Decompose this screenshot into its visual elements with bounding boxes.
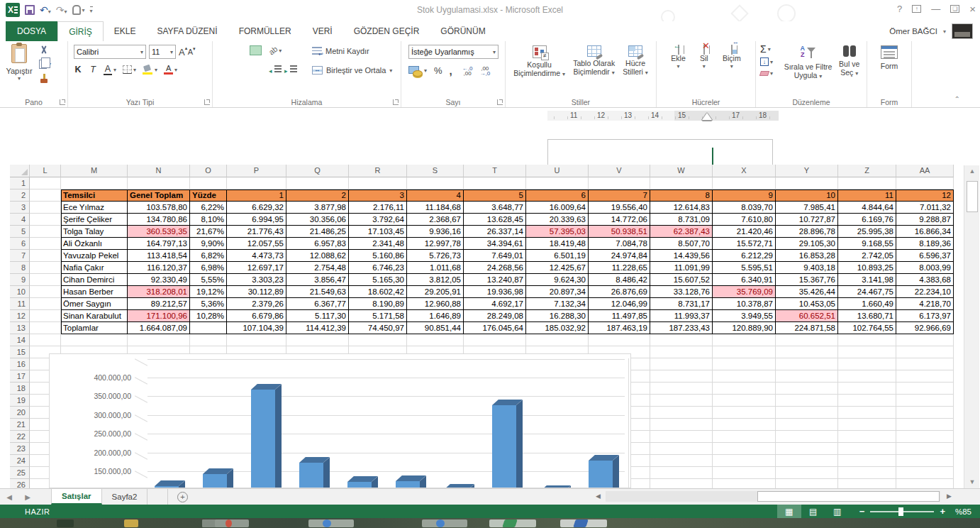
table-totals-month-cell[interactable]: 187.233,43 (650, 322, 713, 334)
row-header-24[interactable]: 24 (10, 455, 30, 467)
cell[interactable] (286, 177, 349, 189)
cell[interactable] (713, 479, 776, 488)
table-month-cell[interactable]: 12.697,17 (227, 262, 286, 274)
table-totals-month-cell[interactable]: 185.032,92 (526, 322, 589, 334)
table-header-cell[interactable]: 2 (286, 189, 349, 202)
cell[interactable] (776, 177, 838, 189)
cell[interactable] (838, 431, 896, 443)
column-header-AA[interactable]: AA (896, 165, 954, 177)
table-month-cell[interactable]: 24.268,56 (464, 262, 526, 274)
cell[interactable] (30, 189, 61, 202)
cell[interactable] (30, 310, 61, 322)
close-button[interactable]: × (969, 3, 976, 15)
cell[interactable] (190, 334, 227, 346)
table-total-cell[interactable]: 171.100,96 (128, 310, 190, 322)
table-total-cell[interactable]: 360.539,35 (128, 226, 190, 238)
table-header-cell[interactable]: 8 (650, 189, 713, 202)
format-as-table-button[interactable]: Tablo Olarak Biçimlendir ▾ (573, 41, 615, 94)
table-month-cell[interactable]: 15.607,52 (650, 274, 713, 286)
column-header-U[interactable]: U (526, 165, 589, 177)
row-header-10[interactable]: 10 (10, 286, 30, 298)
table-percent-cell[interactable]: 6,22% (190, 202, 227, 214)
table-month-cell[interactable]: 2.379,26 (227, 298, 286, 310)
table-totals-month-cell[interactable]: 90.851,44 (407, 322, 464, 334)
table-month-cell[interactable]: 25.995,38 (838, 226, 896, 238)
table-header-cell[interactable]: 9 (713, 189, 776, 202)
table-month-cell[interactable]: 3.877,98 (286, 202, 349, 214)
cell[interactable] (713, 467, 776, 479)
cell[interactable] (713, 455, 776, 467)
table-month-cell[interactable]: 8.003,99 (896, 262, 954, 274)
cell[interactable] (896, 370, 954, 383)
column-header-Z[interactable]: Z (838, 165, 896, 177)
table-month-cell[interactable]: 35.426,44 (776, 286, 838, 298)
tab-giris[interactable]: GİRİŞ (57, 21, 104, 41)
cell[interactable] (776, 346, 838, 358)
table-month-cell[interactable]: 21.549,63 (286, 286, 349, 298)
table-month-cell[interactable]: 16.866,34 (896, 226, 954, 238)
tab-veri[interactable]: VERİ (302, 21, 343, 41)
cell[interactable] (838, 346, 896, 358)
table-month-cell[interactable]: 26.876,69 (589, 286, 650, 298)
underline-button[interactable]: A▾ (104, 64, 116, 75)
table-percent-cell[interactable]: 5,55% (190, 274, 227, 286)
table-month-cell[interactable]: 4.844,64 (838, 202, 896, 214)
sort-filter-button[interactable]: AZ Sırala ve Filtre Uygula ▾ (784, 41, 833, 94)
table-month-cell[interactable]: 4.473,73 (227, 250, 286, 262)
cell[interactable] (776, 467, 838, 479)
cell[interactable] (407, 334, 464, 346)
table-month-cell[interactable]: 1.011,68 (407, 262, 464, 274)
table-totals-month-cell[interactable]: 224.871,58 (776, 322, 838, 334)
table-month-cell[interactable]: 3.303,23 (227, 274, 286, 286)
table-month-cell[interactable]: 50.938,51 (589, 226, 650, 238)
cell[interactable] (776, 419, 838, 431)
fill-button[interactable]: ↓▾ (760, 57, 773, 66)
table-month-cell[interactable]: 17.103,45 (349, 226, 407, 238)
table-header-cell[interactable]: 5 (464, 189, 526, 202)
cell[interactable] (713, 358, 776, 370)
scroll-left-icon[interactable]: ◀ (593, 491, 603, 502)
user-avatar[interactable] (952, 23, 973, 39)
table-month-cell[interactable]: 12.425,67 (526, 262, 589, 274)
new-sheet-button[interactable]: + (168, 489, 196, 505)
scroll-down-icon[interactable]: ▼ (966, 476, 979, 488)
cell[interactable] (650, 334, 713, 346)
chart-bar-şerife-çeliker[interactable] (203, 468, 234, 488)
table-month-cell[interactable]: 28.249,08 (464, 310, 526, 322)
cell[interactable] (650, 383, 713, 395)
format-cells-button[interactable]: ↔ Biçim▾ (723, 41, 741, 94)
ribbon-display-options-button[interactable]: ↑ (912, 5, 921, 13)
align-bottom-icon[interactable] (250, 45, 262, 55)
table-month-cell[interactable]: 5.117,30 (286, 310, 349, 322)
accounting-format-button[interactable]: ▾ (408, 66, 427, 76)
column-header-V[interactable]: V (589, 165, 650, 177)
cell[interactable] (30, 334, 61, 346)
table-month-cell[interactable]: 11.228,65 (589, 262, 650, 274)
table-month-cell[interactable]: 2.176,11 (349, 202, 407, 214)
table-month-cell[interactable]: 12.088,62 (286, 250, 349, 262)
cell[interactable] (776, 370, 838, 383)
table-month-cell[interactable]: 2.742,05 (838, 250, 896, 262)
chart-bar-ali-özkanlı[interactable] (299, 457, 330, 488)
table-month-cell[interactable]: 3.949,55 (713, 310, 776, 322)
table-month-cell[interactable]: 29.205,91 (407, 286, 464, 298)
table-percent-cell[interactable]: 8,10% (190, 214, 227, 226)
column-header-N[interactable]: N (128, 165, 190, 177)
column-header-Q[interactable]: Q (286, 165, 349, 177)
cell[interactable] (838, 479, 896, 488)
tab-dosya[interactable]: DOSYA (6, 21, 57, 41)
table-month-cell[interactable]: 7.084,78 (589, 238, 650, 250)
cell[interactable] (896, 419, 954, 431)
table-month-cell[interactable]: 6.994,95 (227, 214, 286, 226)
table-totals-month-cell[interactable]: 187.463,19 (589, 322, 650, 334)
table-month-cell[interactable]: 5.726,73 (407, 250, 464, 262)
cell[interactable] (776, 443, 838, 455)
font-color-button[interactable]: A▾ (164, 65, 177, 75)
hizalama-dialog-launcher-icon[interactable] (393, 99, 399, 105)
horizontal-scrollbar[interactable]: ◀ ▶ (593, 490, 962, 503)
table-name-cell[interactable]: Ece Yılmaz (61, 202, 128, 214)
cell[interactable] (526, 334, 589, 346)
paste-button[interactable]: Yapıştır ▾ (4, 44, 35, 95)
cell[interactable] (838, 455, 896, 467)
table-name-cell[interactable]: Hasan Berber (61, 286, 128, 298)
